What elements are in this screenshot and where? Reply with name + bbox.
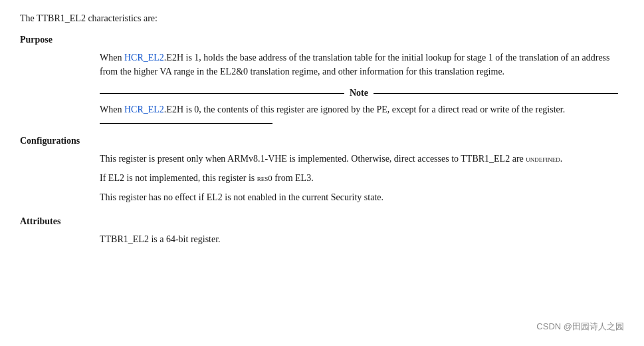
watermark: CSDN @田园诗人之园 <box>536 321 624 333</box>
note-header: Note <box>100 88 618 98</box>
note-box: Note When HCR_EL2.E2H is 0, the contents… <box>100 88 618 124</box>
config-para-3: This register has no effect if EL2 is no… <box>100 190 618 204</box>
configurations-content: This register is present only when ARMv8… <box>100 152 618 204</box>
purpose-content: When HCR_EL2.E2H is 1, holds the base ad… <box>100 51 618 124</box>
note-label: Note <box>344 88 374 98</box>
note-line-right <box>374 93 618 94</box>
note-line-left <box>100 93 344 94</box>
note-text: When HCR_EL2.E2H is 0, the contents of t… <box>100 102 618 116</box>
purpose-title: Purpose <box>20 35 618 45</box>
note-bottom-line <box>100 123 272 124</box>
configurations-section: Configurations This register is present … <box>20 136 618 204</box>
page-content: The TTBR1_EL2 characteristics are: Purpo… <box>20 13 618 246</box>
hcr-el2-link-1[interactable]: HCR_EL2 <box>124 53 164 63</box>
attributes-title: Attributes <box>20 216 618 227</box>
attributes-text: TTBR1_EL2 is a 64-bit register. <box>100 232 618 246</box>
configurations-title: Configurations <box>20 136 618 146</box>
intro-text: The TTBR1_EL2 characteristics are: <box>20 13 618 24</box>
res0-label: res0 <box>257 173 272 183</box>
hcr-el2-link-2[interactable]: HCR_EL2 <box>124 104 164 114</box>
config-para-1: This register is present only when ARMv8… <box>100 152 618 166</box>
attributes-content: TTBR1_EL2 is a 64-bit register. <box>100 232 618 246</box>
purpose-section: Purpose When HCR_EL2.E2H is 1, holds the… <box>20 35 618 124</box>
config-para-2: If EL2 is not implemented, this register… <box>100 171 618 185</box>
purpose-main-text: When HCR_EL2.E2H is 1, holds the base ad… <box>100 51 618 79</box>
attributes-section: Attributes TTBR1_EL2 is a 64-bit registe… <box>20 216 618 246</box>
undefined-label: undefined <box>526 154 560 164</box>
